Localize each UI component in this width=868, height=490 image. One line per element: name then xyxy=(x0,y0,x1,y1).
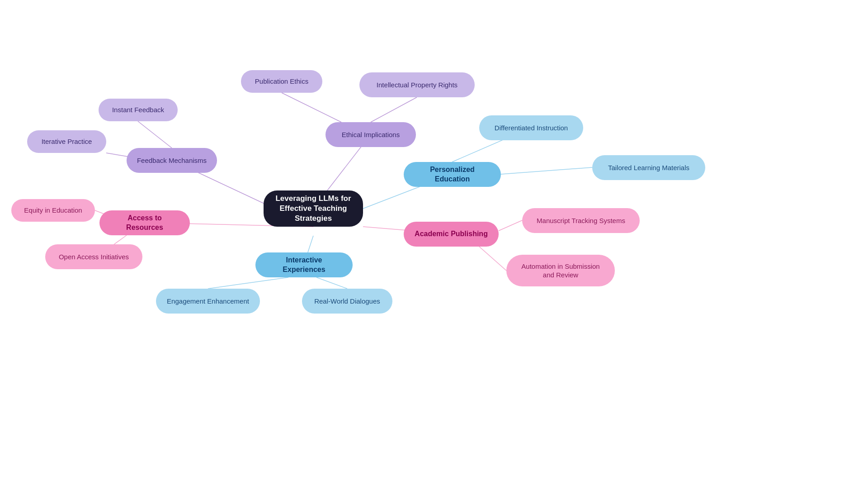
label-diff-instruction: Differentiated Instruction xyxy=(495,124,568,133)
label-ethical-implications: Ethical Implications xyxy=(342,130,400,139)
node-ipr: Intellectual Property Rights xyxy=(359,72,475,97)
svg-line-13 xyxy=(316,277,347,289)
node-personalized: Personalized Education xyxy=(404,162,501,187)
label-engagement: Engagement Enhancement xyxy=(167,297,249,306)
node-feedback-mechanisms: Feedback Mechanisms xyxy=(127,148,217,173)
label-personalized: Personalized Education xyxy=(413,165,492,184)
label-manuscript: Manuscript Tracking Systems xyxy=(537,216,625,225)
svg-line-9 xyxy=(371,97,417,122)
center-node: Leveraging LLMs for Effective Teaching S… xyxy=(264,190,363,227)
label-open-access: Open Access Initiatives xyxy=(59,252,129,262)
svg-line-15 xyxy=(501,167,592,174)
node-iterative-practice: Iterative Practice xyxy=(27,130,106,153)
node-diff-instruction: Differentiated Instruction xyxy=(479,115,583,140)
center-label: Leveraging LLMs for Effective Teaching S… xyxy=(273,194,354,224)
label-feedback-mechanisms: Feedback Mechanisms xyxy=(137,156,207,165)
label-tailored: Tailored Learning Materials xyxy=(608,163,689,172)
node-open-access: Open Access Initiatives xyxy=(45,244,142,269)
svg-line-6 xyxy=(138,121,172,148)
svg-line-17 xyxy=(479,247,506,271)
svg-line-16 xyxy=(499,220,522,231)
node-academic-publishing: Academic Publishing xyxy=(404,222,499,247)
node-publication-ethics: Publication Ethics xyxy=(241,70,322,93)
node-tailored: Tailored Learning Materials xyxy=(592,155,705,180)
label-real-world: Real-World Dialogues xyxy=(314,297,380,306)
label-ipr: Intellectual Property Rights xyxy=(377,81,458,90)
node-interactive-experiences: Interactive Experiences xyxy=(255,252,353,277)
label-interactive-experiences: Interactive Experiences xyxy=(264,256,344,275)
label-access-resources: Access to Resources xyxy=(108,214,181,233)
node-equity: Equity in Education xyxy=(11,199,95,222)
node-ethical-implications: Ethical Implications xyxy=(326,122,416,147)
label-equity: Equity in Education xyxy=(24,206,82,215)
node-automation: Automation in Submission and Review xyxy=(506,255,615,286)
node-instant-feedback: Instant Feedback xyxy=(99,99,178,121)
label-publication-ethics: Publication Ethics xyxy=(255,77,308,86)
node-access-resources: Access to Resources xyxy=(99,210,190,235)
svg-line-12 xyxy=(208,277,288,289)
label-instant-feedback: Instant Feedback xyxy=(112,105,164,114)
node-manuscript: Manuscript Tracking Systems xyxy=(522,208,640,233)
label-iterative-practice: Iterative Practice xyxy=(42,137,92,146)
node-real-world: Real-World Dialogues xyxy=(302,289,392,314)
node-engagement: Engagement Enhancement xyxy=(156,289,260,314)
svg-line-8 xyxy=(282,93,341,122)
label-academic-publishing: Academic Publishing xyxy=(415,229,488,239)
label-automation: Automation in Submission and Review xyxy=(515,262,606,280)
